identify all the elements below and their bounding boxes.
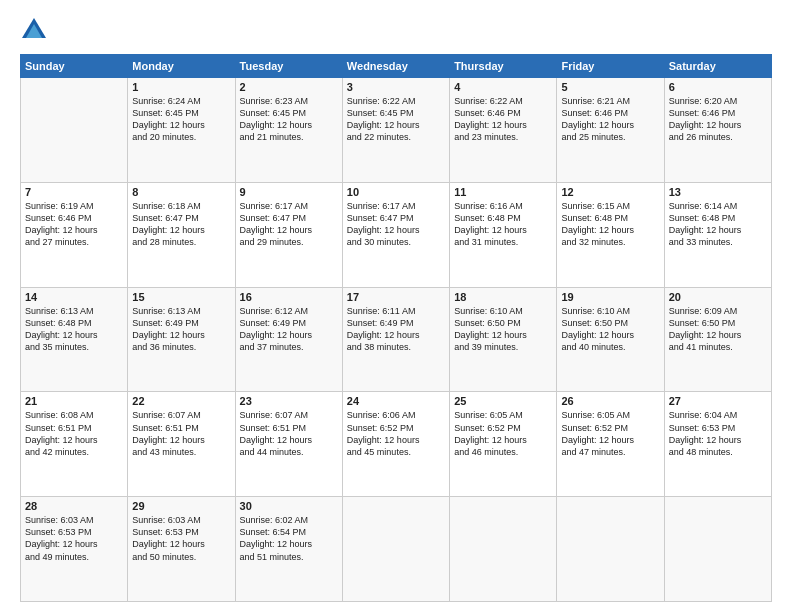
day-number: 26 <box>561 395 659 407</box>
day-info: Sunrise: 6:11 AM Sunset: 6:49 PM Dayligh… <box>347 305 445 354</box>
header <box>20 16 772 44</box>
day-number: 24 <box>347 395 445 407</box>
day-cell: 8Sunrise: 6:18 AM Sunset: 6:47 PM Daylig… <box>128 182 235 287</box>
day-info: Sunrise: 6:06 AM Sunset: 6:52 PM Dayligh… <box>347 409 445 458</box>
day-number: 22 <box>132 395 230 407</box>
day-cell: 10Sunrise: 6:17 AM Sunset: 6:47 PM Dayli… <box>342 182 449 287</box>
day-info: Sunrise: 6:22 AM Sunset: 6:46 PM Dayligh… <box>454 95 552 144</box>
day-number: 5 <box>561 81 659 93</box>
day-cell: 18Sunrise: 6:10 AM Sunset: 6:50 PM Dayli… <box>450 287 557 392</box>
day-cell <box>557 497 664 602</box>
day-cell: 9Sunrise: 6:17 AM Sunset: 6:47 PM Daylig… <box>235 182 342 287</box>
day-info: Sunrise: 6:09 AM Sunset: 6:50 PM Dayligh… <box>669 305 767 354</box>
page: SundayMondayTuesdayWednesdayThursdayFrid… <box>0 0 792 612</box>
day-cell: 5Sunrise: 6:21 AM Sunset: 6:46 PM Daylig… <box>557 78 664 183</box>
header-row: SundayMondayTuesdayWednesdayThursdayFrid… <box>21 55 772 78</box>
header-cell-wednesday: Wednesday <box>342 55 449 78</box>
day-cell: 12Sunrise: 6:15 AM Sunset: 6:48 PM Dayli… <box>557 182 664 287</box>
day-info: Sunrise: 6:07 AM Sunset: 6:51 PM Dayligh… <box>240 409 338 458</box>
logo <box>20 16 52 44</box>
day-info: Sunrise: 6:10 AM Sunset: 6:50 PM Dayligh… <box>561 305 659 354</box>
day-cell: 6Sunrise: 6:20 AM Sunset: 6:46 PM Daylig… <box>664 78 771 183</box>
day-cell: 19Sunrise: 6:10 AM Sunset: 6:50 PM Dayli… <box>557 287 664 392</box>
day-cell: 25Sunrise: 6:05 AM Sunset: 6:52 PM Dayli… <box>450 392 557 497</box>
day-number: 21 <box>25 395 123 407</box>
day-cell: 15Sunrise: 6:13 AM Sunset: 6:49 PM Dayli… <box>128 287 235 392</box>
day-cell: 4Sunrise: 6:22 AM Sunset: 6:46 PM Daylig… <box>450 78 557 183</box>
day-number: 10 <box>347 186 445 198</box>
day-cell: 11Sunrise: 6:16 AM Sunset: 6:48 PM Dayli… <box>450 182 557 287</box>
day-info: Sunrise: 6:14 AM Sunset: 6:48 PM Dayligh… <box>669 200 767 249</box>
day-number: 25 <box>454 395 552 407</box>
day-cell: 13Sunrise: 6:14 AM Sunset: 6:48 PM Dayli… <box>664 182 771 287</box>
day-info: Sunrise: 6:08 AM Sunset: 6:51 PM Dayligh… <box>25 409 123 458</box>
day-number: 3 <box>347 81 445 93</box>
day-number: 13 <box>669 186 767 198</box>
day-info: Sunrise: 6:23 AM Sunset: 6:45 PM Dayligh… <box>240 95 338 144</box>
calendar-table: SundayMondayTuesdayWednesdayThursdayFrid… <box>20 54 772 602</box>
day-info: Sunrise: 6:02 AM Sunset: 6:54 PM Dayligh… <box>240 514 338 563</box>
day-info: Sunrise: 6:20 AM Sunset: 6:46 PM Dayligh… <box>669 95 767 144</box>
day-cell: 17Sunrise: 6:11 AM Sunset: 6:49 PM Dayli… <box>342 287 449 392</box>
day-number: 18 <box>454 291 552 303</box>
day-number: 8 <box>132 186 230 198</box>
day-number: 19 <box>561 291 659 303</box>
day-cell: 1Sunrise: 6:24 AM Sunset: 6:45 PM Daylig… <box>128 78 235 183</box>
week-row-3: 14Sunrise: 6:13 AM Sunset: 6:48 PM Dayli… <box>21 287 772 392</box>
day-cell: 30Sunrise: 6:02 AM Sunset: 6:54 PM Dayli… <box>235 497 342 602</box>
day-number: 30 <box>240 500 338 512</box>
day-number: 9 <box>240 186 338 198</box>
day-cell: 2Sunrise: 6:23 AM Sunset: 6:45 PM Daylig… <box>235 78 342 183</box>
day-cell: 26Sunrise: 6:05 AM Sunset: 6:52 PM Dayli… <box>557 392 664 497</box>
day-number: 12 <box>561 186 659 198</box>
day-cell: 28Sunrise: 6:03 AM Sunset: 6:53 PM Dayli… <box>21 497 128 602</box>
day-cell: 20Sunrise: 6:09 AM Sunset: 6:50 PM Dayli… <box>664 287 771 392</box>
header-cell-saturday: Saturday <box>664 55 771 78</box>
day-cell <box>450 497 557 602</box>
day-cell: 27Sunrise: 6:04 AM Sunset: 6:53 PM Dayli… <box>664 392 771 497</box>
week-row-1: 1Sunrise: 6:24 AM Sunset: 6:45 PM Daylig… <box>21 78 772 183</box>
day-cell <box>342 497 449 602</box>
day-info: Sunrise: 6:03 AM Sunset: 6:53 PM Dayligh… <box>132 514 230 563</box>
day-cell: 7Sunrise: 6:19 AM Sunset: 6:46 PM Daylig… <box>21 182 128 287</box>
day-number: 14 <box>25 291 123 303</box>
header-cell-monday: Monday <box>128 55 235 78</box>
day-info: Sunrise: 6:13 AM Sunset: 6:48 PM Dayligh… <box>25 305 123 354</box>
day-info: Sunrise: 6:05 AM Sunset: 6:52 PM Dayligh… <box>454 409 552 458</box>
day-info: Sunrise: 6:12 AM Sunset: 6:49 PM Dayligh… <box>240 305 338 354</box>
day-info: Sunrise: 6:03 AM Sunset: 6:53 PM Dayligh… <box>25 514 123 563</box>
day-info: Sunrise: 6:17 AM Sunset: 6:47 PM Dayligh… <box>240 200 338 249</box>
day-number: 16 <box>240 291 338 303</box>
day-cell: 24Sunrise: 6:06 AM Sunset: 6:52 PM Dayli… <box>342 392 449 497</box>
day-number: 27 <box>669 395 767 407</box>
day-info: Sunrise: 6:19 AM Sunset: 6:46 PM Dayligh… <box>25 200 123 249</box>
day-info: Sunrise: 6:24 AM Sunset: 6:45 PM Dayligh… <box>132 95 230 144</box>
day-cell: 3Sunrise: 6:22 AM Sunset: 6:45 PM Daylig… <box>342 78 449 183</box>
day-number: 1 <box>132 81 230 93</box>
day-info: Sunrise: 6:10 AM Sunset: 6:50 PM Dayligh… <box>454 305 552 354</box>
header-cell-thursday: Thursday <box>450 55 557 78</box>
day-info: Sunrise: 6:07 AM Sunset: 6:51 PM Dayligh… <box>132 409 230 458</box>
day-info: Sunrise: 6:21 AM Sunset: 6:46 PM Dayligh… <box>561 95 659 144</box>
day-info: Sunrise: 6:15 AM Sunset: 6:48 PM Dayligh… <box>561 200 659 249</box>
day-info: Sunrise: 6:18 AM Sunset: 6:47 PM Dayligh… <box>132 200 230 249</box>
day-info: Sunrise: 6:22 AM Sunset: 6:45 PM Dayligh… <box>347 95 445 144</box>
day-cell: 21Sunrise: 6:08 AM Sunset: 6:51 PM Dayli… <box>21 392 128 497</box>
day-number: 20 <box>669 291 767 303</box>
week-row-2: 7Sunrise: 6:19 AM Sunset: 6:46 PM Daylig… <box>21 182 772 287</box>
day-cell <box>664 497 771 602</box>
day-info: Sunrise: 6:16 AM Sunset: 6:48 PM Dayligh… <box>454 200 552 249</box>
day-number: 23 <box>240 395 338 407</box>
day-number: 17 <box>347 291 445 303</box>
day-number: 6 <box>669 81 767 93</box>
header-cell-friday: Friday <box>557 55 664 78</box>
week-row-5: 28Sunrise: 6:03 AM Sunset: 6:53 PM Dayli… <box>21 497 772 602</box>
day-cell: 14Sunrise: 6:13 AM Sunset: 6:48 PM Dayli… <box>21 287 128 392</box>
day-cell: 16Sunrise: 6:12 AM Sunset: 6:49 PM Dayli… <box>235 287 342 392</box>
day-number: 28 <box>25 500 123 512</box>
day-cell <box>21 78 128 183</box>
logo-icon <box>20 16 48 44</box>
day-number: 15 <box>132 291 230 303</box>
week-row-4: 21Sunrise: 6:08 AM Sunset: 6:51 PM Dayli… <box>21 392 772 497</box>
day-number: 29 <box>132 500 230 512</box>
